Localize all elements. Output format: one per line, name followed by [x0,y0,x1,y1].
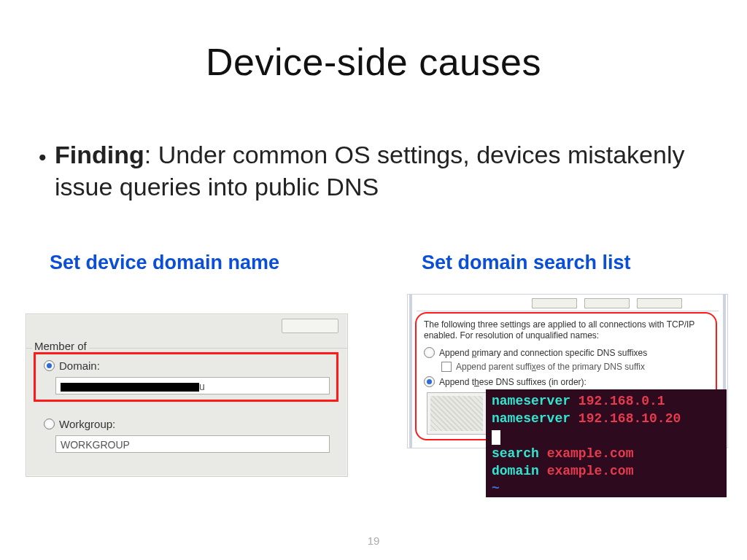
dns-option-append-primary[interactable]: Append primary and connection specific D… [424,347,647,358]
terminal-line-1: nameserver 192.168.0.1 [492,392,721,410]
small-button-3[interactable] [637,298,682,308]
memberof-group-label: Member of [32,340,89,352]
workgroup-radio-row[interactable]: Workgroup: [44,418,115,430]
bullet-dot-icon: • [39,143,47,171]
domain-radio-row[interactable]: Domain: [44,359,100,372]
bullet-finding: • Finding: Under common OS settings, dev… [55,139,697,203]
dns-suffix-listbox[interactable] [427,392,487,435]
finding-label: Finding [55,141,144,168]
cursor-block-icon [492,430,500,445]
opt1a-text: Append parent suffixes of the primary DN… [456,362,645,372]
opt1-text: Append primary and connection specific D… [439,348,647,358]
redacted-black-bar [61,383,199,392]
radio-checked-icon[interactable] [424,376,435,387]
slide-title: Device-side causes [0,40,747,84]
panel-button-placeholder[interactable] [282,319,338,333]
domain-radio-label: Domain: [59,359,100,372]
dns-intro-text: The following three settings are applied… [424,319,714,341]
subhead-right: Set domain search list [422,252,631,274]
opt2-text: Append these DNS suffixes (in order): [439,377,587,387]
checkbox-unchecked-icon[interactable] [441,362,452,372]
resolv-conf-terminal: nameserver 192.168.0.1 nameserver 192.16… [486,389,727,497]
panel-border-left [409,295,412,448]
windows-memberof-panel: Member of Domain: u Workgroup: WORKGROUP [26,314,348,477]
terminal-line-2: nameserver 192.168.10.20 [492,410,721,427]
domain-suffix-visible: u [199,381,205,392]
small-button-1[interactable] [532,298,577,308]
terminal-line-4: search example.com [492,445,721,462]
divider-line [417,311,719,311]
terminal-line-6: ~ [492,480,721,497]
workgroup-value: WORKGROUP [61,439,130,451]
workgroup-textbox[interactable]: WORKGROUP [55,435,330,453]
terminal-line-5: domain example.com [492,462,721,480]
subhead-left: Set device domain name [50,252,279,274]
terminal-line-3 [492,427,721,445]
finding-text: : Under common OS settings, devices mist… [55,141,684,201]
dns-option-append-these[interactable]: Append these DNS suffixes (in order): [424,376,587,387]
small-button-2[interactable] [584,298,630,308]
slide: Device-side causes • Finding: Under comm… [0,0,747,560]
radio-unchecked-icon[interactable] [44,419,55,429]
dns-option-append-parent[interactable]: Append parent suffixes of the primary DN… [441,362,645,372]
page-number: 19 [0,534,747,547]
radio-unchecked-icon[interactable] [424,347,435,358]
domain-textbox[interactable]: u [55,377,330,394]
workgroup-radio-label: Workgroup: [59,418,115,430]
button-strip [532,298,682,308]
radio-checked-icon[interactable] [44,360,55,371]
